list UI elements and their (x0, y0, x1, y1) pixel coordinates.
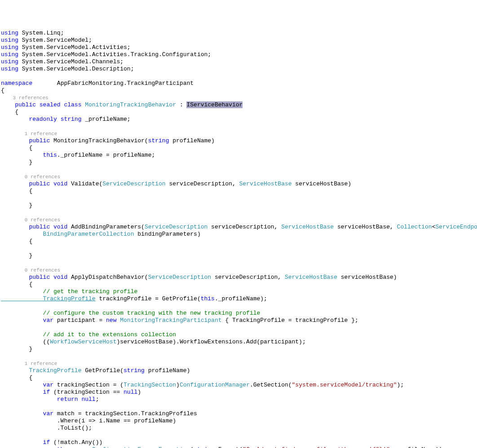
brace: } (1, 346, 32, 352)
using-directive: using System.ServiceModel.Description; (1, 66, 134, 72)
method-decl: public void AddBindingParameters(Service… (1, 224, 477, 230)
namespace-decl: namespace AppFabricMonitoring.TrackingPa… (1, 80, 194, 87)
brace: { (1, 87, 4, 94)
comment: // configure the custom tracking with th… (1, 310, 260, 316)
code-line: if (!match.Any()) (1, 439, 102, 446)
using-directive: using System.ServiceModel; (1, 37, 92, 44)
using-directive: using System.ServiceModel.Channels; (1, 58, 124, 65)
codelens-references[interactable]: 0 references (1, 217, 60, 223)
selected-text[interactable]: IServiceBehavior (186, 101, 243, 108)
code-line: TrackingProfile trackingProfile = GetPro… (1, 295, 267, 302)
using-directive: using System.ServiceModel.Activities; (1, 44, 131, 51)
brace: { (1, 374, 32, 381)
code-line: .ToList(); (1, 425, 92, 431)
code-line: BindingParameterCollection bindingParame… (1, 231, 201, 237)
codelens-references[interactable]: 1 reference (1, 131, 57, 136)
brace: { (1, 188, 32, 194)
brace: { (1, 109, 18, 115)
using-directive: using System.Linq; (1, 30, 64, 36)
codelens-references[interactable]: 3 references (1, 95, 49, 101)
code-line: .Where(i => i.Name == profileName) (1, 417, 176, 424)
code-line: return null; (1, 396, 99, 403)
brace: { (1, 238, 32, 245)
class-decl: public sealed class MonitoringTrackingBe… (1, 101, 243, 108)
comment: // get the tracking profile (1, 288, 137, 295)
code-line: ((WorkflowServiceHost)serviceHostBase).W… (1, 338, 306, 345)
code-line: var participant = new MonitoringTracking… (1, 317, 358, 324)
brace: } (1, 159, 32, 166)
method-decl: TrackingProfile GetProfile(string profil… (1, 367, 190, 374)
codelens-references[interactable]: 0 references (1, 174, 60, 180)
code-editor: using System.Linq; using System.ServiceM… (1, 30, 477, 448)
codelens-references[interactable]: 0 references (1, 268, 60, 273)
codelens-references[interactable]: 1 reference (1, 361, 57, 366)
brace: { (1, 281, 32, 288)
comment: // add it to the extensions collection (1, 331, 176, 338)
brace: { (1, 145, 32, 151)
brace: } (1, 202, 32, 209)
field-decl: readonly string _profileName; (1, 116, 131, 123)
code-line: if (trackingSection == null) (1, 389, 141, 395)
code-line: this._profileName = profileName; (1, 152, 155, 158)
brace: } (1, 252, 32, 259)
constructor-decl: public MonitoringTrackingBehavior(string… (1, 137, 215, 144)
code-line: var trackingSection = (TrackingSection)C… (1, 382, 404, 388)
code-line: var match = trackingSection.TrackingProf… (1, 410, 197, 417)
code-line: throw new ConfigurationErrorsException(s… (1, 446, 446, 448)
method-decl: public void ApplyDispatchBehavior(Servic… (1, 274, 397, 281)
method-decl: public void Validate(ServiceDescription … (1, 180, 351, 187)
using-directive: using System.ServiceModel.Activities.Tra… (1, 51, 211, 58)
